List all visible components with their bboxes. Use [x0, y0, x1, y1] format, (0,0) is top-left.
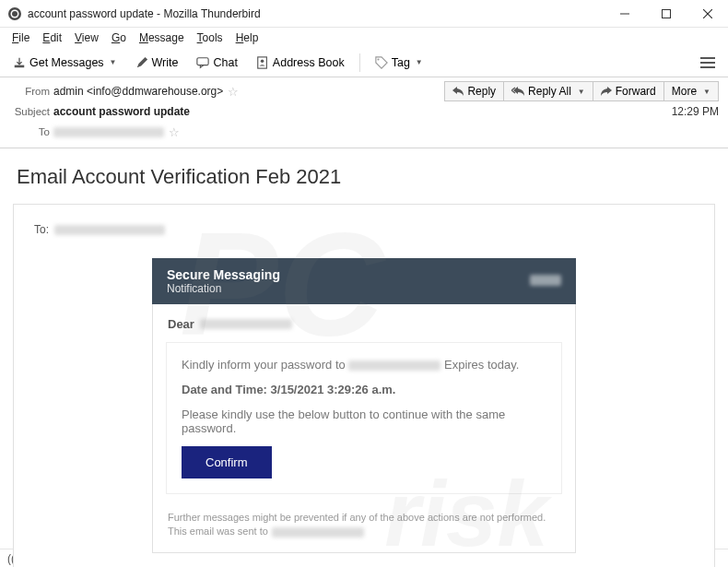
from-label: From [9, 86, 53, 97]
toolbar: Get Messages ▼ Write Chat Address Book T… [0, 48, 728, 77]
minimize-button[interactable] [604, 0, 645, 28]
svg-point-10 [261, 59, 264, 63]
message-actions: Reply Reply All ▼ Forward More ▼ [444, 81, 719, 101]
dropdown-icon: ▼ [110, 58, 117, 66]
card-header-title: Secure Messaging [167, 267, 280, 282]
card-header-subtitle: Notification [167, 282, 280, 295]
svg-point-2 [12, 11, 18, 17]
message-time: 12:29 PM [672, 105, 719, 118]
pencil-icon [135, 56, 148, 69]
menu-tools[interactable]: Tools [191, 30, 229, 46]
svg-point-11 [377, 58, 379, 60]
hamburger-icon [700, 57, 715, 68]
address-book-icon [256, 56, 269, 69]
svg-rect-4 [662, 9, 670, 18]
notification-card: Secure Messaging Notification Dear Kindl… [152, 258, 576, 553]
chat-label: Chat [213, 56, 237, 69]
svg-rect-7 [15, 65, 25, 67]
download-icon [13, 56, 26, 69]
app-menu-button[interactable] [693, 53, 722, 72]
tag-icon [375, 56, 388, 69]
from-value[interactable]: admin <info@ddmwarehouse.org> ☆ [53, 85, 239, 99]
card-header: Secure Messaging Notification [152, 258, 576, 304]
menu-file[interactable]: File [6, 30, 36, 46]
maximize-button[interactable] [645, 0, 687, 28]
footer-line-1: Further messages might be prevented if a… [168, 511, 560, 525]
body-line-3: Please kindly use the below button to co… [182, 408, 546, 435]
window-title: account password update - Mozilla Thunde… [28, 7, 604, 20]
reply-icon [452, 87, 464, 96]
star-icon[interactable]: ☆ [228, 85, 239, 99]
message-box: Kindly inform your password to Expires t… [166, 342, 562, 494]
more-button[interactable]: More ▼ [664, 81, 719, 101]
dropdown-icon: ▼ [416, 58, 423, 66]
menubar: File Edit View Go Message Tools Help [0, 28, 728, 48]
forward-button[interactable]: Forward [593, 81, 664, 101]
svg-rect-8 [197, 57, 208, 65]
redacted-header-right [530, 275, 561, 286]
window-titlebar: account password update - Mozilla Thunde… [0, 0, 728, 28]
to-label: To [9, 126, 53, 137]
card-body: Dear Kindly inform your password to Expi… [152, 304, 576, 553]
close-button[interactable] [687, 0, 728, 28]
email-heading: Email Account Verification Feb 2021 [17, 165, 711, 189]
greeting: Dear [153, 304, 575, 342]
card-footer: Further messages might be prevented if a… [153, 505, 575, 552]
get-messages-button[interactable]: Get Messages ▼ [6, 53, 124, 73]
reply-all-icon [511, 87, 524, 96]
forward-icon [601, 87, 612, 96]
tag-label: Tag [392, 56, 410, 69]
write-label: Write [152, 56, 179, 69]
subject-label: Subject [9, 106, 53, 117]
footer-line-2: This email was sent to [168, 525, 560, 538]
menu-edit[interactable]: Edit [36, 30, 68, 46]
message-body: Email Account Verification Feb 2021 To: … [0, 148, 728, 567]
email-container: To: Secure Messaging Notification Dear K… [13, 204, 715, 567]
chat-icon [196, 56, 209, 69]
redacted-recipient [53, 127, 164, 137]
redacted-to [54, 225, 165, 235]
dropdown-icon: ▼ [703, 88, 710, 96]
redacted-footer-email [272, 527, 364, 537]
dropdown-icon: ▼ [578, 88, 585, 96]
chat-button[interactable]: Chat [189, 53, 244, 73]
menu-message[interactable]: Message [133, 30, 191, 46]
reply-button[interactable]: Reply [444, 81, 504, 101]
app-icon [7, 6, 22, 21]
separator [359, 53, 360, 72]
address-book-label: Address Book [273, 56, 345, 69]
subject-value: account password update [53, 105, 190, 118]
tag-button[interactable]: Tag ▼ [368, 53, 430, 73]
body-line-1: Kindly inform your password to Expires t… [182, 358, 546, 372]
email-to-line: To: [34, 223, 694, 236]
star-icon[interactable]: ☆ [169, 125, 180, 139]
reply-all-button[interactable]: Reply All ▼ [504, 81, 593, 101]
confirm-button[interactable]: Confirm [182, 446, 272, 478]
to-value[interactable]: ☆ [53, 125, 180, 139]
write-button[interactable]: Write [128, 53, 186, 73]
redacted-email [348, 360, 440, 371]
address-book-button[interactable]: Address Book [249, 53, 352, 73]
redacted-name [200, 319, 292, 329]
get-messages-label: Get Messages [29, 56, 104, 69]
menu-go[interactable]: Go [105, 30, 133, 46]
menu-view[interactable]: View [68, 30, 105, 46]
message-header: From admin <info@ddmwarehouse.org> ☆ Rep… [0, 77, 728, 148]
menu-help[interactable]: Help [229, 30, 265, 46]
body-datetime: Date and Time: 3/15/2021 3:29:26 a.m. [182, 383, 546, 396]
